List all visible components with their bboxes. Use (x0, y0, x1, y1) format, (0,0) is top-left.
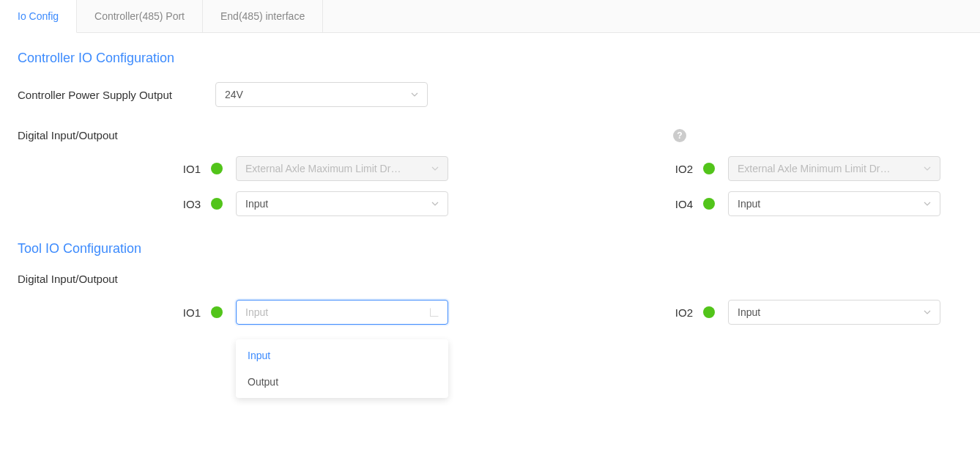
controller-io2-select: External Axle Minimum Limit Dr… (728, 156, 940, 181)
dropdown-option-input[interactable]: Input (236, 342, 448, 369)
tool-io-grid: IO1 Input Input Output IO2 Input (164, 300, 962, 335)
controller-dio-header: Digital Input/Outpout ? (18, 129, 962, 141)
power-supply-row: Controller Power Supply Output 24V (18, 82, 962, 107)
controller-io4-label: IO4 (656, 198, 693, 210)
controller-dio-label: Digital Input/Outpout (18, 129, 118, 141)
tool-io2-value: Input (738, 306, 918, 318)
status-dot-io1 (211, 163, 223, 174)
status-dot-io3 (211, 198, 223, 210)
controller-io1-label: IO1 (164, 163, 201, 175)
power-supply-value: 24V (225, 89, 405, 100)
tab-end-485-interface[interactable]: End(485) interface (203, 0, 323, 32)
status-dot-io4 (703, 198, 715, 210)
controller-io1-value: External Axle Maximum Limit Dr… (245, 163, 426, 174)
power-supply-select[interactable]: 24V (215, 82, 428, 107)
chevron-down-icon (431, 166, 439, 171)
controller-io3-label: IO3 (164, 198, 201, 210)
loading-icon (430, 308, 439, 317)
controller-io2-row: IO2 External Axle Minimum Limit Dr… (563, 156, 962, 181)
tool-io1-select[interactable]: Input (236, 300, 448, 325)
tool-io2-row: IO2 Input (563, 300, 962, 325)
chevron-down-icon (431, 202, 439, 206)
tab-controller-485-port[interactable]: Controller(485) Port (77, 0, 203, 32)
controller-io3-row: IO3 Input (164, 191, 563, 216)
controller-io1-row: IO1 External Axle Maximum Limit Dr… (164, 156, 563, 181)
chevron-down-icon (924, 202, 931, 206)
controller-io2-label: IO2 (656, 163, 693, 175)
status-dot-tool-io2 (703, 306, 715, 318)
tool-io-section: Tool IO Configuration Digital Input/Outp… (18, 241, 962, 335)
controller-io1-select: External Axle Maximum Limit Dr… (236, 156, 448, 181)
power-supply-label: Controller Power Supply Output (18, 89, 201, 101)
content-area: Controller IO Configuration Controller P… (0, 33, 980, 335)
controller-io3-value: Input (245, 198, 426, 210)
help-icon[interactable]: ? (673, 129, 686, 142)
tool-io2-label: IO2 (656, 306, 693, 319)
controller-io4-value: Input (738, 198, 918, 210)
status-dot-tool-io1 (211, 306, 223, 318)
tabs-bar: Io Config Controller(485) Port End(485) … (0, 0, 980, 33)
tool-io2-select[interactable]: Input (728, 300, 940, 325)
tool-io1-row: IO1 Input Input Output (164, 300, 563, 325)
chevron-down-icon (411, 92, 418, 97)
dropdown-option-output[interactable]: Output (236, 369, 448, 395)
controller-io4-select[interactable]: Input (728, 191, 940, 216)
chevron-down-icon (924, 166, 931, 171)
tool-io1-dropdown: Input Output (236, 339, 448, 398)
tool-io1-value: Input (245, 306, 430, 318)
tab-io-config[interactable]: Io Config (0, 0, 77, 33)
tool-io1-label: IO1 (164, 306, 201, 319)
controller-io-section: Controller IO Configuration Controller P… (18, 51, 962, 226)
controller-io3-select[interactable]: Input (236, 191, 448, 216)
controller-io4-row: IO4 Input (563, 191, 962, 216)
tool-dio-header: Digital Input/Outpout (18, 273, 962, 285)
controller-section-title: Controller IO Configuration (18, 51, 962, 66)
tool-dio-label: Digital Input/Outpout (18, 273, 118, 285)
controller-io-grid: IO1 External Axle Maximum Limit Dr… IO2 … (164, 156, 962, 226)
controller-io2-value: External Axle Minimum Limit Dr… (738, 163, 918, 174)
tool-section-title: Tool IO Configuration (18, 241, 962, 257)
chevron-down-icon (924, 310, 931, 314)
status-dot-io2 (703, 163, 715, 174)
